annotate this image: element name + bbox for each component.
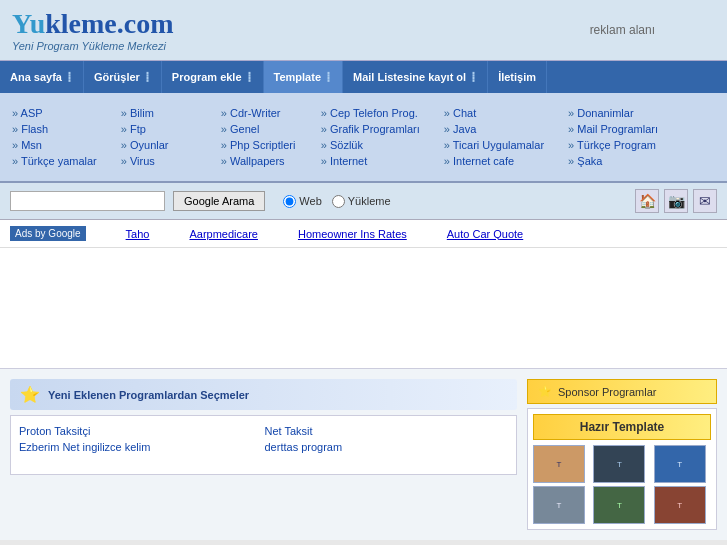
ad-area: reklam alanı xyxy=(590,23,655,37)
nav-item-mail[interactable]: Mail Listesine kayıt ol ⁞ xyxy=(343,61,488,93)
dd-flash[interactable]: Flash xyxy=(12,121,97,137)
dd-internetcafe[interactable]: Internet cafe xyxy=(444,153,544,169)
nav-label: İletişim xyxy=(498,71,536,83)
nav-item-gorusler[interactable]: Görüşler ⁞ xyxy=(84,61,162,93)
ad-link-homeowner[interactable]: Homeowner Ins Rates xyxy=(298,228,407,240)
programs-grid: Proton Taksitçi Net Taksit Ezberim Net i… xyxy=(19,424,508,454)
nav-label: Ana sayfa xyxy=(10,71,62,83)
dd-col-4: Cep Telefon Prog. Grafik Programları Söz… xyxy=(309,101,432,173)
dd-mail-prog[interactable]: Mail Programları xyxy=(568,121,658,137)
logo-subtitle: Yeni Program Yükleme Merkezi xyxy=(12,40,174,52)
ad-link-aarpmedicare[interactable]: Aarpmedicare xyxy=(189,228,257,240)
dd-turkce-yamalar[interactable]: Türkçe yamalar xyxy=(12,153,97,169)
radio-yukleme-label[interactable]: Yükleme xyxy=(332,195,391,208)
nav-item-program-ekle[interactable]: Program ekle ⁞ xyxy=(162,61,264,93)
dd-col-1: ASP Flash Msn Türkçe yamalar xyxy=(0,101,109,173)
dd-java[interactable]: Java xyxy=(444,121,544,137)
nav-label: Mail Listesine kayıt ol xyxy=(353,71,466,83)
logo-kleme: kleme.com xyxy=(45,8,173,39)
dd-oyunlar[interactable]: Oyunlar xyxy=(121,137,197,153)
home-icon-btn[interactable]: 🏠 xyxy=(635,189,659,213)
dd-turkce-prog[interactable]: Türkçe Program xyxy=(568,137,658,153)
icon-buttons: 🏠 📷 ✉ xyxy=(635,189,717,213)
dd-wallpapers[interactable]: Wallpapers xyxy=(221,153,297,169)
prog-proton[interactable]: Proton Taksitçi xyxy=(19,424,263,438)
nav-separator: ⁞ xyxy=(469,69,477,85)
dd-cdrwriter[interactable]: Cdr-Writer xyxy=(221,105,297,121)
sponsor-box: Hazır Template T T T T T T xyxy=(527,408,717,530)
nav-separator: ⁞ xyxy=(245,69,253,85)
dd-saka[interactable]: Şaka xyxy=(568,153,658,169)
nav-separator: ⁞ xyxy=(143,69,151,85)
mail-icon-btn[interactable]: ✉ xyxy=(693,189,717,213)
dd-chat[interactable]: Chat xyxy=(444,105,544,121)
template-thumb-6[interactable]: T xyxy=(654,486,706,524)
ad-link-taho[interactable]: Taho xyxy=(126,228,150,240)
template-thumb-5[interactable]: T xyxy=(593,486,645,524)
search-input[interactable] xyxy=(10,191,165,211)
dd-col-3: Cdr-Writer Genel Php Scriptleri Wallpape… xyxy=(209,101,309,173)
bottom-section: ⭐ Yeni Eklenen Programlardan Seçmeler Pr… xyxy=(0,368,727,540)
logo-title[interactable]: Yukleme.com xyxy=(12,8,174,40)
dd-ftp[interactable]: Ftp xyxy=(121,121,197,137)
dd-php[interactable]: Php Scriptleri xyxy=(221,137,297,153)
dd-grafik[interactable]: Grafik Programları xyxy=(321,121,420,137)
dd-donanimlar[interactable]: Donanimlar xyxy=(568,105,658,121)
radio-yukleme[interactable] xyxy=(332,195,345,208)
logo-yu: Yu xyxy=(12,8,45,39)
search-button[interactable]: Google Arama xyxy=(173,191,265,211)
dd-sozluk[interactable]: Sözlük xyxy=(321,137,420,153)
sponsor-section: ⭐ Sponsor Programlar Hazır Template T T … xyxy=(527,379,717,530)
template-grid: T T T T T T xyxy=(533,445,711,524)
radio-web[interactable] xyxy=(283,195,296,208)
sponsor-box-title: Hazır Template xyxy=(533,414,711,440)
nav-item-iletisim[interactable]: İletişim xyxy=(488,61,547,93)
nav-item-template[interactable]: Template ⁞ xyxy=(264,61,343,93)
radio-web-text: Web xyxy=(299,195,321,207)
dd-col-5: Chat Java Ticari Uygulamalar Internet ca… xyxy=(432,101,556,173)
nav-separator: ⁞ xyxy=(65,69,73,85)
new-programs-content: Proton Taksitçi Net Taksit Ezberim Net i… xyxy=(10,415,517,475)
logo-area: Yukleme.com Yeni Program Yükleme Merkezi xyxy=(12,8,174,52)
ad-link-autocar[interactable]: Auto Car Quote xyxy=(447,228,523,240)
dd-cep[interactable]: Cep Telefon Prog. xyxy=(321,105,420,121)
dd-asp[interactable]: ASP xyxy=(12,105,97,121)
nav-label: Görüşler xyxy=(94,71,140,83)
dd-col-6: Donanimlar Mail Programları Türkçe Progr… xyxy=(556,101,670,173)
nav-separator: ⁞ xyxy=(324,69,332,85)
search-radio-group: Web Yükleme xyxy=(283,195,390,208)
dropdown-menu: ASP Flash Msn Türkçe yamalar Bilim Ftp O… xyxy=(0,93,727,183)
ads-by-google[interactable]: Ads by Google xyxy=(10,226,86,241)
dd-internet[interactable]: Internet xyxy=(321,153,420,169)
star-icon: ⭐ xyxy=(20,385,40,404)
prog-derttas[interactable]: derttas program xyxy=(265,440,509,454)
radio-web-label[interactable]: Web xyxy=(283,195,321,208)
dd-virus[interactable]: Virus xyxy=(121,153,197,169)
prog-ezberim[interactable]: Ezberim Net ingilizce kelim xyxy=(19,440,263,454)
new-programs-header: ⭐ Yeni Eklenen Programlardan Seçmeler xyxy=(10,379,517,410)
dd-bilim[interactable]: Bilim xyxy=(121,105,197,121)
template-thumb-3[interactable]: T xyxy=(654,445,706,483)
dd-col-2: Bilim Ftp Oyunlar Virus xyxy=(109,101,209,173)
main-nav: Ana sayfa ⁞ Görüşler ⁞ Program ekle ⁞ Te… xyxy=(0,61,727,93)
searchbar: Google Arama Web Yükleme 🏠 📷 ✉ xyxy=(0,183,727,220)
template-thumb-2[interactable]: T xyxy=(593,445,645,483)
sponsor-star-icon: ⭐ xyxy=(538,385,552,398)
dd-genel[interactable]: Genel xyxy=(221,121,297,137)
camera-icon-btn[interactable]: 📷 xyxy=(664,189,688,213)
radio-yukleme-text: Yükleme xyxy=(348,195,391,207)
adsbar: Ads by Google Taho Aarpmedicare Homeowne… xyxy=(0,220,727,248)
nav-label: Template xyxy=(274,71,321,83)
sponsor-title: Sponsor Programlar xyxy=(558,386,656,398)
template-thumb-4[interactable]: T xyxy=(533,486,585,524)
prog-net-taksit[interactable]: Net Taksit xyxy=(265,424,509,438)
dd-msn[interactable]: Msn xyxy=(12,137,97,153)
new-programs-section: ⭐ Yeni Eklenen Programlardan Seçmeler Pr… xyxy=(10,379,517,530)
main-content xyxy=(0,248,727,368)
dd-ticari[interactable]: Ticari Uygulamalar xyxy=(444,137,544,153)
nav-label: Program ekle xyxy=(172,71,242,83)
sponsor-header: ⭐ Sponsor Programlar xyxy=(527,379,717,404)
new-programs-title: Yeni Eklenen Programlardan Seçmeler xyxy=(48,389,249,401)
nav-item-ana-sayfa[interactable]: Ana sayfa ⁞ xyxy=(0,61,84,93)
template-thumb-1[interactable]: T xyxy=(533,445,585,483)
